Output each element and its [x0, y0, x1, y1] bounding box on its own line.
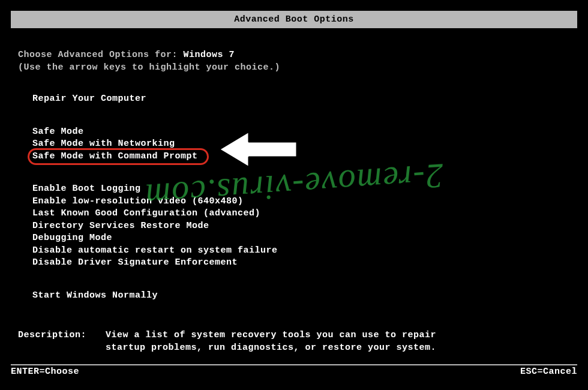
footer-bar: ENTER=Choose ESC=Cancel — [11, 364, 577, 377]
os-name: Windows 7 — [184, 50, 235, 60]
option-boot-logging[interactable]: Enable Boot Logging — [32, 183, 141, 195]
option-start-normally[interactable]: Start Windows Normally — [32, 290, 158, 302]
option-safe-mode[interactable]: Safe Mode — [32, 126, 84, 138]
main-content: Choose Advanced Options for: Windows 7 (… — [0, 28, 588, 354]
option-repair[interactable]: Repair Your Computer — [32, 93, 146, 105]
title-text: Advanced Boot Options — [234, 14, 354, 25]
prompt-line: Choose Advanced Options for: Windows 7 — [18, 50, 570, 60]
footer-enter: ENTER=Choose — [11, 367, 79, 377]
option-ds-restore[interactable]: Directory Services Restore Mode — [32, 220, 209, 232]
option-disable-auto-restart[interactable]: Disable automatic restart on system fail… — [32, 245, 278, 257]
option-safe-mode-networking[interactable]: Safe Mode with Networking — [32, 138, 175, 150]
option-low-res[interactable]: Enable low-resolution video (640x480) — [32, 196, 244, 208]
option-last-known-good[interactable]: Last Known Good Configuration (advanced) — [32, 208, 260, 220]
hint-text: (Use the arrow keys to highlight your ch… — [18, 62, 570, 73]
footer-esc: ESC=Cancel — [520, 367, 577, 377]
title-bar: Advanced Boot Options — [11, 11, 577, 28]
description-label: Description: — [18, 329, 106, 354]
description-block: Description: View a list of system recov… — [18, 329, 570, 354]
option-disable-driver-sig[interactable]: Disable Driver Signature Enforcement — [32, 257, 238, 269]
option-safe-mode-cmd[interactable]: Safe Mode with Command Prompt — [32, 151, 198, 163]
option-debugging[interactable]: Debugging Mode — [32, 232, 112, 244]
boot-options: Repair Your Computer Safe Mode Safe Mode… — [18, 93, 570, 302]
description-text: View a list of system recovery tools you… — [106, 329, 466, 354]
prompt-prefix: Choose Advanced Options for: — [18, 50, 184, 60]
